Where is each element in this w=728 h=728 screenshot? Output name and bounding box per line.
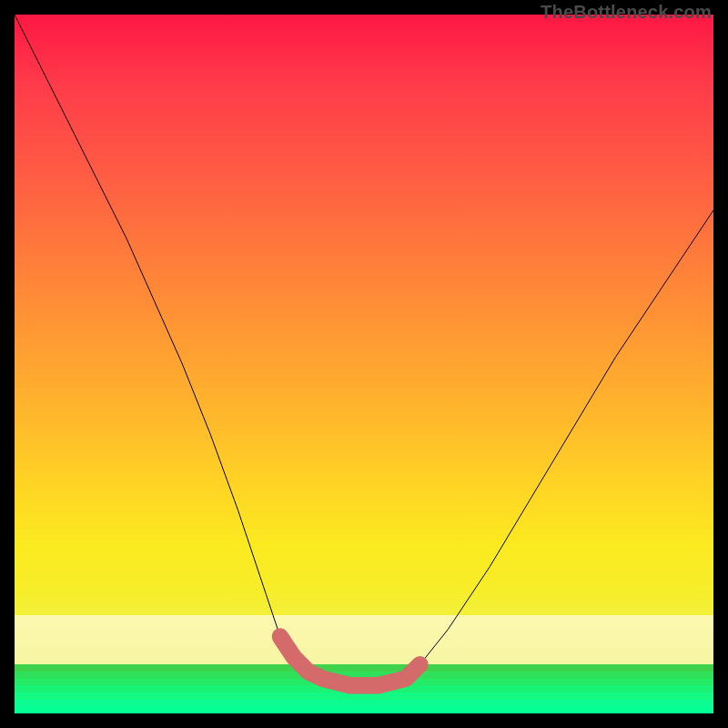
safe-zone-highlight [280, 637, 420, 686]
chart-frame: TheBottleneck.com [0, 0, 728, 728]
watermark-text: TheBottleneck.com [541, 2, 712, 23]
bottleneck-curve [15, 15, 713, 685]
plot-area [15, 15, 713, 713]
curve-layer [15, 15, 713, 713]
